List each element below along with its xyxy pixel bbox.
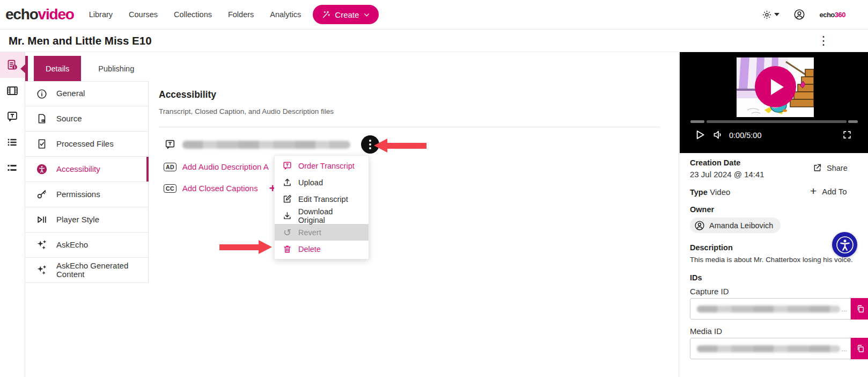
transcript-bubble-icon: [282, 161, 292, 171]
add-closed-captions-link[interactable]: Add Closed Captions: [182, 184, 258, 193]
key-icon: [36, 189, 48, 200]
menu-item-label: Order Transcript: [298, 162, 355, 170]
owner-label: Owner: [690, 205, 714, 214]
copy-icon: [856, 344, 865, 353]
capture-id-value-redacted: [697, 306, 840, 313]
section-divider: [159, 127, 660, 127]
volume-button[interactable]: [712, 128, 725, 141]
transcript-bubble-icon: [164, 139, 176, 150]
description-text: This media is about Mr. Chatterbox losin…: [690, 256, 863, 264]
echo360-echo-text: echo: [819, 11, 834, 19]
ellipsis: ...: [841, 305, 847, 313]
page-options-kebab-button[interactable]: ⋮: [818, 34, 829, 48]
menu-item-delete[interactable]: Delete: [275, 241, 369, 257]
transcript-bubble-icon: [6, 110, 19, 123]
menu-item-revert: ↺ Revert: [275, 224, 369, 241]
sparkles-icon: [36, 264, 48, 276]
sidemenu-askecho[interactable]: AskEcho: [25, 233, 148, 258]
seek-bar[interactable]: [707, 120, 847, 123]
play-button[interactable]: [693, 128, 707, 142]
rail-index-icon-button[interactable]: [0, 155, 25, 181]
source-file-icon: [36, 113, 48, 125]
share-icon: [812, 163, 822, 173]
info-circle-icon: [36, 88, 48, 100]
menu-item-edit-transcript[interactable]: Edit Transcript: [275, 191, 369, 207]
sidemenu-player-style[interactable]: Player Style: [25, 207, 148, 233]
sidemenu-label: Source: [56, 114, 82, 124]
sparkles-icon: [36, 239, 48, 251]
menu-item-upload[interactable]: Upload: [275, 174, 369, 191]
owner-name: Amanda Leibovich: [709, 221, 773, 230]
menu-item-download-original[interactable]: Download Original: [275, 207, 369, 224]
details-side-menu: General Source Processed Files Accessibi…: [25, 81, 149, 283]
creation-date-label: Creation Date: [690, 158, 740, 167]
share-button[interactable]: Share: [812, 163, 848, 173]
chevron-down-icon: [363, 11, 370, 18]
download-icon: [282, 211, 292, 221]
sidemenu-source[interactable]: Source: [25, 106, 148, 132]
add-to-label: Add To: [822, 187, 847, 196]
sidemenu-accessibility[interactable]: Accessibility: [25, 157, 148, 182]
echo360-360-text: 360: [835, 11, 845, 19]
add-to-button[interactable]: + Add To: [810, 186, 847, 196]
media-id-input[interactable]: ...: [690, 338, 851, 359]
create-button[interactable]: Create: [313, 5, 379, 24]
media-id-copy-button[interactable]: [851, 338, 868, 359]
share-label: Share: [827, 164, 848, 172]
rail-chapters-icon-button[interactable]: [0, 129, 25, 155]
icon-rail: [0, 52, 25, 377]
ellipsis: ...: [841, 345, 847, 353]
fullscreen-button[interactable]: [842, 129, 852, 140]
menu-item-label: Download Original: [298, 207, 361, 224]
sidemenu-permissions[interactable]: Permissions: [25, 182, 148, 207]
ad-badge-icon: AD: [164, 163, 176, 171]
play-icon: [693, 128, 707, 142]
nav-library[interactable]: Library: [89, 10, 113, 19]
edit-pencil-icon: [282, 194, 292, 204]
seek-bar-segment[interactable]: [690, 120, 704, 123]
accessibility-panel: Accessibility Transcript, Closed Caption…: [149, 52, 679, 377]
capture-id-input[interactable]: ...: [690, 298, 851, 320]
sidemenu-general[interactable]: General: [25, 81, 148, 106]
nav-collections[interactable]: Collections: [174, 10, 212, 19]
person-icon: [694, 220, 705, 231]
sidemenu-label: Player Style: [56, 215, 99, 224]
tab-publishing[interactable]: Publishing: [85, 56, 147, 81]
sidemenu-processed-files[interactable]: Processed Files: [25, 132, 148, 157]
ids-label: IDs: [690, 273, 702, 282]
page-title: Mr. Men and Little Miss E10: [9, 34, 152, 47]
nav-courses[interactable]: Courses: [129, 10, 158, 19]
nav-analytics[interactable]: Analytics: [270, 10, 301, 19]
creation-date-value: 23 Jul 2024 @ 14:41: [690, 170, 764, 179]
accessibility-widget-icon: [834, 234, 856, 256]
seek-bar-segment[interactable]: [848, 120, 858, 123]
top-nav-bar: echovideo Library Courses Collections Fo…: [0, 0, 868, 30]
sidemenu-label: AskEcho: [56, 241, 88, 250]
type-value: Video: [710, 187, 730, 197]
tab-details[interactable]: Details: [34, 56, 81, 81]
settings-menu[interactable]: [762, 10, 779, 20]
capture-id-copy-button[interactable]: [851, 298, 868, 320]
video-player[interactable]: 0:00/5:00: [680, 52, 868, 153]
add-closed-captions-row: CC Add Closed Captions +: [164, 184, 276, 193]
menu-item-label: Edit Transcript: [298, 195, 348, 204]
owner-pill[interactable]: Amanda Leibovich: [690, 218, 781, 233]
echovideo-logo[interactable]: echovideo: [5, 6, 74, 23]
menu-item-label: Revert: [298, 228, 321, 237]
description-label: Description: [690, 243, 733, 252]
big-play-button[interactable]: [755, 66, 796, 107]
fullscreen-icon: [842, 129, 852, 140]
rail-transcript-icon-button[interactable]: [0, 104, 25, 129]
add-audio-description-link[interactable]: Add Audio Description A: [182, 162, 269, 171]
plus-icon: +: [810, 186, 816, 196]
rail-media-icon-button[interactable]: [0, 78, 25, 104]
list-dots-icon: [6, 136, 19, 149]
main-nav: Library Courses Collections Folders Anal…: [89, 10, 301, 19]
sidemenu-askecho-generated-content[interactable]: AskEcho Generated Content: [25, 258, 148, 283]
accessibility-widget-button[interactable]: [832, 232, 857, 257]
accessibility-person-icon: [36, 163, 48, 175]
menu-item-order-transcript[interactable]: Order Transcript: [275, 157, 369, 174]
caret-down-icon: [774, 13, 779, 16]
account-button[interactable]: [793, 9, 805, 20]
nav-folders[interactable]: Folders: [228, 10, 254, 19]
